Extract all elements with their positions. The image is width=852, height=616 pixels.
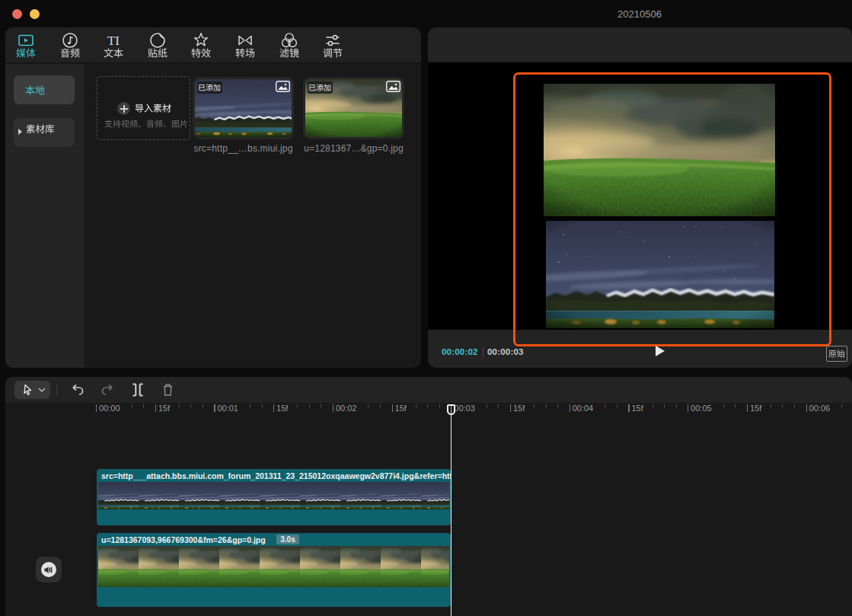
svg-text:TI: TI	[107, 34, 120, 48]
